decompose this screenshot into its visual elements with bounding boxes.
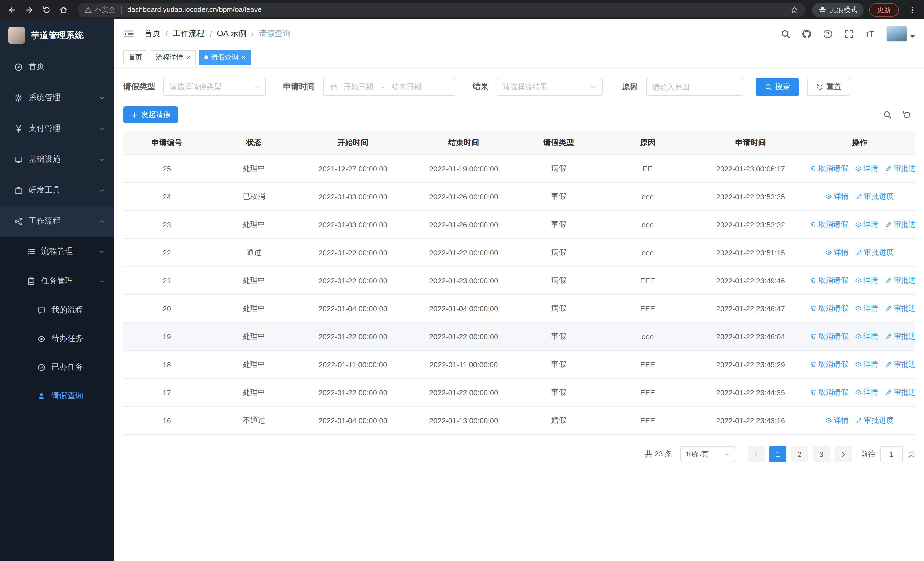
cell-actions: 取消请假详情审批进度 — [804, 266, 915, 295]
cancel-leave-link[interactable]: 取消请假 — [810, 387, 848, 398]
address-bar[interactable]: 不安全 dashboard.yudao.iocoder.cn/bpm/oa/le… — [78, 3, 805, 17]
tab-process-detail[interactable]: 流程详情× — [151, 50, 195, 65]
table-refresh-icon[interactable] — [902, 110, 912, 119]
browser-reload-button[interactable] — [39, 2, 54, 17]
approval-progress-link[interactable]: 审批进度 — [855, 247, 894, 258]
bookmark-star-icon[interactable] — [790, 6, 798, 14]
result-select[interactable]: 请选择流结果 — [496, 78, 603, 96]
detail-link[interactable]: 详情 — [855, 220, 878, 230]
sidebar-item-workflow[interactable]: 工作流程 — [0, 206, 114, 236]
page-size-select[interactable]: 10条/页 — [680, 446, 735, 462]
search-button[interactable]: 搜索 — [756, 78, 799, 96]
approval-progress-link[interactable]: 审批进度 — [885, 359, 915, 370]
browser-menu-icon[interactable] — [904, 2, 920, 17]
update-button[interactable]: 更新 — [869, 3, 899, 16]
goto-page-input[interactable] — [880, 446, 903, 462]
page-button-3[interactable]: 3 — [813, 446, 830, 462]
detail-link[interactable]: 详情 — [855, 303, 878, 314]
approval-progress-link[interactable]: 审批进度 — [855, 191, 894, 202]
apply-time-label: 申请时间 — [283, 82, 315, 92]
prev-page-button[interactable] — [748, 446, 765, 462]
search-icon[interactable] — [781, 29, 790, 39]
detail-link[interactable]: 详情 — [855, 359, 878, 370]
cell-end: 2022-01-22 00:00:00 — [408, 322, 519, 350]
cancel-leave-link[interactable]: 取消请假 — [810, 275, 848, 286]
create-leave-button[interactable]: 发起请假 — [123, 106, 178, 123]
sidebar-item-done-task[interactable]: 已办任务 — [0, 353, 114, 382]
sidebar-item-infrastructure[interactable]: 基础设施 — [0, 144, 114, 175]
github-icon[interactable] — [802, 29, 812, 39]
sidebar-item-home[interactable]: 首页 — [0, 51, 114, 82]
font-size-icon[interactable] — [865, 29, 875, 39]
page-button-2[interactable]: 2 — [791, 446, 808, 462]
sidebar: 芋道管理系统 首页系统管理支付管理基础设施研发工具工作流程流程管理任务管理我的流… — [0, 20, 114, 561]
approval-progress-link[interactable]: 审批进度 — [855, 415, 894, 426]
trash-icon — [810, 333, 817, 340]
approval-progress-link[interactable]: 审批进度 — [885, 163, 915, 174]
filter-form: 请假类型 请选择请假类型 申请时间 开始日期 - 结束日期 结果 请选择流结果 — [123, 78, 915, 96]
submenu-task-manage: 我的流程待办任务已办任务请假查询 — [0, 296, 114, 410]
reset-button[interactable]: 重置 — [807, 78, 850, 96]
sidebar-item-payment-manage[interactable]: 支付管理 — [0, 113, 114, 144]
sidebar-item-dev-tools[interactable]: 研发工具 — [0, 175, 114, 206]
approval-progress-link[interactable]: 审批进度 — [885, 387, 915, 398]
tab-home[interactable]: 首页 — [123, 50, 147, 65]
chevron-down-icon — [99, 125, 105, 132]
detail-link[interactable]: 详情 — [855, 275, 878, 286]
detail-link[interactable]: 详情 — [855, 163, 878, 174]
help-icon[interactable] — [823, 29, 832, 39]
app-logo[interactable]: 芋道管理系统 — [0, 20, 114, 51]
chevron-up-icon — [99, 218, 105, 224]
sidebar-item-system-manage[interactable]: 系统管理 — [0, 82, 114, 113]
browser-forward-button[interactable] — [22, 2, 36, 17]
sidebar-item-task-manage[interactable]: 任务管理 — [0, 266, 114, 296]
leave-type-select[interactable]: 请选择请假类型 — [163, 78, 266, 96]
cell-applied: 2022-01-22 23:53:35 — [697, 182, 804, 211]
cell-end: 2022-01-22 00:00:00 — [408, 379, 519, 406]
next-page-button[interactable] — [834, 446, 852, 462]
detail-link[interactable]: 详情 — [825, 191, 849, 202]
reason-input[interactable] — [646, 78, 743, 96]
cancel-leave-link[interactable]: 取消请假 — [810, 331, 848, 341]
incognito-label: 无痕模式 — [830, 5, 857, 15]
cancel-leave-link[interactable]: 取消请假 — [810, 163, 848, 174]
tab-close-icon[interactable]: × — [186, 54, 190, 61]
sidebar-toggle-icon[interactable] — [123, 29, 134, 39]
approval-progress-link[interactable]: 审批进度 — [885, 331, 915, 341]
warning-icon — [84, 6, 92, 14]
breadcrumb-item[interactable]: 首页 — [144, 29, 160, 39]
sidebar-item-todo-task[interactable]: 待办任务 — [0, 325, 114, 353]
toggle-search-icon[interactable] — [883, 110, 892, 119]
fullscreen-icon[interactable] — [844, 29, 854, 39]
detail-link[interactable]: 详情 — [825, 415, 849, 426]
sidebar-item-leave-query[interactable]: 请假查询 — [0, 382, 114, 410]
breadcrumb-item[interactable]: 工作流程 — [172, 29, 205, 39]
breadcrumb-separator: / — [165, 29, 168, 38]
trash-icon — [810, 277, 817, 284]
page-button-1[interactable]: 1 — [770, 446, 786, 462]
browser-home-button[interactable] — [56, 2, 71, 17]
cancel-leave-link[interactable]: 取消请假 — [810, 303, 848, 314]
user-menu[interactable] — [886, 26, 915, 42]
tab-leave-query[interactable]: 请假查询× — [199, 50, 250, 65]
cell-applied: 2022-01-22 23:45:29 — [697, 350, 804, 379]
cancel-leave-link[interactable]: 取消请假 — [810, 220, 848, 230]
breadcrumb-item[interactable]: OA 示例 — [217, 29, 246, 39]
approval-progress-link[interactable]: 审批进度 — [885, 275, 915, 286]
cell-id: 18 — [123, 350, 210, 379]
tab-close-icon[interactable]: × — [241, 54, 245, 61]
detail-link[interactable]: 详情 — [855, 387, 878, 398]
cell-status: 处理中 — [210, 155, 297, 182]
sidebar-item-process-manage[interactable]: 流程管理 — [0, 236, 114, 266]
approval-progress-link[interactable]: 审批进度 — [885, 303, 915, 314]
cancel-leave-link[interactable]: 取消请假 — [810, 359, 848, 370]
detail-link[interactable]: 详情 — [825, 247, 849, 258]
detail-link[interactable]: 详情 — [855, 331, 878, 341]
cell-reason: eee — [598, 322, 697, 350]
table-row: 19处理中2022-01-22 00:00:002022-01-22 00:00… — [123, 322, 915, 350]
browser-back-button[interactable] — [4, 2, 20, 17]
apply-time-range-picker[interactable]: 开始日期 - 结束日期 — [323, 78, 455, 96]
approval-progress-link[interactable]: 审批进度 — [885, 220, 915, 230]
cell-id: 24 — [123, 182, 210, 211]
sidebar-item-my-process[interactable]: 我的流程 — [0, 296, 114, 325]
